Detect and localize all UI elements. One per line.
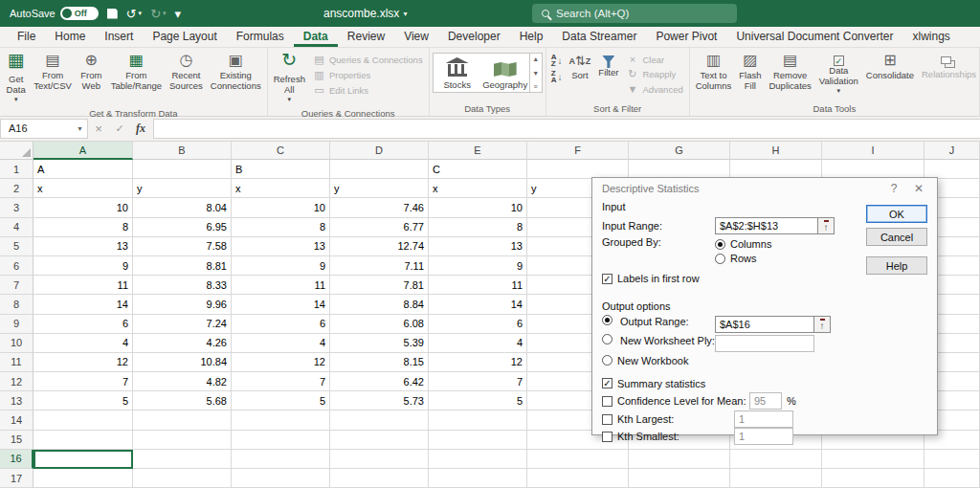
recent-sources-button[interactable]: ◷ Recent Sources [167, 50, 206, 93]
data-validation-button[interactable]: ✓ Data Validation [816, 50, 861, 99]
edit-links-button[interactable]: ▭ Edit Links [310, 83, 426, 98]
cell-B10[interactable]: 4.26 [133, 334, 232, 353]
stocks-button[interactable]: Stocks [434, 54, 481, 92]
row-header-5[interactable]: 5 [0, 237, 33, 256]
cancel-button[interactable]: Cancel [866, 228, 927, 246]
output-range-picker-button[interactable] [814, 316, 831, 333]
cell-D3[interactable]: 7.46 [330, 198, 429, 217]
grouped-by-rows-radio[interactable]: Rows [715, 252, 771, 265]
row-header-15[interactable]: 15 [0, 431, 33, 450]
cell-B6[interactable]: 8.81 [133, 256, 232, 276]
customize-quick-access-toolbar-button[interactable]: ▾ [175, 7, 182, 21]
column-header-I[interactable]: I [822, 142, 924, 160]
ribbon-tab-file[interactable]: File [8, 27, 45, 47]
formula-input[interactable] [153, 119, 980, 139]
gallery-more-icon[interactable]: ≡ [534, 83, 538, 90]
row-header-11[interactable]: 11 [0, 353, 33, 372]
column-header-D[interactable]: D [330, 142, 429, 160]
ribbon-tab-xlwings[interactable]: xlwings [902, 27, 959, 47]
search-box[interactable]: Search (Alt+Q) [532, 4, 737, 23]
cell-E13[interactable]: 5 [429, 391, 527, 410]
ribbon-tab-data-streamer[interactable]: Data Streamer [552, 27, 646, 47]
cell-D14[interactable] [330, 410, 429, 430]
row-header-13[interactable]: 13 [0, 391, 33, 410]
cell-F16[interactable] [527, 450, 629, 469]
cell-B15[interactable] [133, 431, 232, 450]
cell-E11[interactable]: 12 [429, 353, 527, 372]
flash-fill-button[interactable]: ▨ Flash Fill [736, 50, 764, 93]
column-header-C[interactable]: C [232, 142, 330, 160]
cell-A4[interactable]: 8 [33, 218, 133, 237]
help-button[interactable]: Help [866, 256, 927, 275]
cell-G16[interactable] [629, 450, 730, 469]
cell-A12[interactable]: 7 [33, 372, 133, 391]
input-range-picker-button[interactable] [818, 217, 835, 234]
row-header-6[interactable]: 6 [0, 256, 33, 276]
cell-A13[interactable]: 5 [33, 391, 133, 410]
cell-H16[interactable] [730, 450, 822, 469]
column-header-G[interactable]: G [629, 142, 730, 160]
cell-D12[interactable]: 6.42 [330, 372, 429, 391]
save-button[interactable] [107, 9, 118, 19]
cell-A8[interactable]: 14 [33, 295, 133, 314]
geography-button[interactable]: Geography [481, 54, 529, 92]
column-header-A[interactable]: A [33, 142, 133, 160]
cell-E12[interactable]: 7 [429, 372, 527, 391]
labels-first-row-checkbox[interactable] [602, 274, 612, 284]
from-web-button[interactable]: ⊕ From Web [77, 50, 106, 93]
row-header-3[interactable]: 3 [0, 198, 33, 217]
row-header-12[interactable]: 12 [0, 372, 33, 391]
cancel-entry-button[interactable] [88, 122, 109, 136]
cell-B5[interactable]: 7.58 [133, 237, 232, 256]
ribbon-tab-power-pivot[interactable]: Power Pivot [646, 27, 726, 47]
column-header-J[interactable]: J [924, 142, 980, 160]
cell-I16[interactable] [822, 450, 924, 469]
cell-D17[interactable] [330, 469, 429, 488]
kth-largest-field[interactable]: 1 [734, 410, 793, 428]
cell-A11[interactable]: 12 [33, 353, 133, 372]
row-header-14[interactable]: 14 [0, 410, 33, 430]
ok-button[interactable]: OK [866, 205, 927, 223]
cell-I17[interactable] [822, 469, 924, 488]
cell-C14[interactable] [232, 410, 330, 430]
row-header-2[interactable]: 2 [0, 179, 33, 198]
undo-button[interactable]: ↺ [126, 7, 142, 21]
cell-A6[interactable]: 9 [33, 256, 133, 276]
cell-D7[interactable]: 7.81 [330, 276, 429, 295]
ribbon-tab-help[interactable]: Help [510, 27, 553, 47]
cell-C6[interactable]: 9 [232, 256, 330, 276]
autosave-toggle[interactable]: AutoSave Off [10, 7, 99, 20]
select-all-corner[interactable] [0, 142, 33, 160]
confidence-level-field[interactable]: 95 [749, 392, 782, 410]
cell-D11[interactable]: 8.15 [330, 353, 429, 372]
cell-B3[interactable]: 8.04 [133, 198, 232, 217]
cell-A1[interactable]: A [33, 160, 133, 179]
row-header-4[interactable]: 4 [0, 218, 33, 237]
cell-D9[interactable]: 6.08 [330, 315, 429, 334]
cell-C11[interactable]: 12 [232, 353, 330, 372]
consolidate-button[interactable]: ⊞ Consolidate [863, 50, 917, 83]
cell-A16[interactable] [33, 450, 133, 469]
cell-E8[interactable]: 14 [429, 295, 527, 314]
cell-D2[interactable]: y [330, 179, 429, 198]
from-table-range-button[interactable]: ▦ From Table/Range [108, 50, 165, 93]
row-header-7[interactable]: 7 [0, 276, 33, 295]
cell-E4[interactable]: 8 [429, 218, 527, 237]
properties-button[interactable]: ▥ Properties [310, 68, 426, 82]
name-box-dropdown-icon[interactable]: ▼ [77, 125, 83, 132]
cell-A15[interactable] [33, 431, 133, 450]
dialog-help-icon[interactable]: ? [881, 182, 906, 195]
cell-B8[interactable]: 9.96 [133, 295, 232, 314]
cell-C16[interactable] [232, 450, 330, 469]
filter-button[interactable]: Filter [595, 50, 621, 80]
cell-E14[interactable] [429, 410, 527, 430]
cell-J17[interactable] [924, 469, 980, 488]
cell-A9[interactable]: 6 [33, 315, 133, 334]
cell-C5[interactable]: 13 [232, 237, 330, 256]
cell-B2[interactable]: y [133, 179, 232, 198]
new-worksheet-field[interactable] [715, 335, 814, 352]
column-header-H[interactable]: H [730, 142, 822, 160]
existing-connections-button[interactable]: ▣ Existing Connections [208, 50, 264, 93]
cell-C1[interactable]: B [232, 160, 330, 179]
name-box[interactable]: A16 ▼ [0, 119, 88, 139]
